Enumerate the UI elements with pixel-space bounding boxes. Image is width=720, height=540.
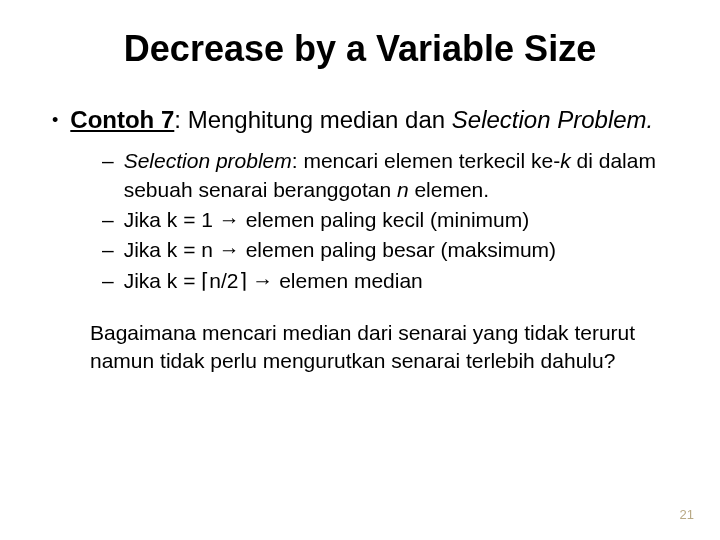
sub1-n: n bbox=[397, 178, 409, 201]
dash-icon: – bbox=[102, 236, 114, 264]
ceil-right-icon: ⌉ bbox=[239, 269, 247, 293]
page-number: 21 bbox=[680, 507, 694, 522]
sub4-post: → elemen median bbox=[247, 269, 423, 292]
slide-title: Decrease by a Variable Size bbox=[40, 28, 680, 70]
example-sep: : bbox=[174, 106, 187, 133]
sub-item: – Selection problem: mencari elemen terk… bbox=[102, 147, 680, 204]
sub4-mid: n/2 bbox=[209, 269, 238, 292]
sub-item-text: Jika k = 1 → elemen paling kecil (minimu… bbox=[124, 206, 530, 234]
main-body-ital: Selection Problem. bbox=[452, 106, 653, 133]
sub-item-text: Selection problem: mencari elemen terkec… bbox=[124, 147, 680, 204]
sub-bullet-list: – Selection problem: mencari elemen terk… bbox=[40, 147, 680, 295]
main-bullet-text: Contoh 7: Menghitung median dan Selectio… bbox=[70, 104, 653, 135]
example-label: Contoh 7 bbox=[70, 106, 174, 133]
dash-icon: – bbox=[102, 206, 114, 234]
sub1-rest: : mencari elemen terkecil ke- bbox=[292, 149, 560, 172]
sub1-rest3: elemen. bbox=[409, 178, 490, 201]
sub-item: – Jika k = n → elemen paling besar (maks… bbox=[102, 236, 680, 264]
main-bullet-row: • Contoh 7: Menghitung median dan Select… bbox=[40, 104, 680, 135]
sub-item: – Jika k = ⌈n/2⌉ → elemen median bbox=[102, 267, 680, 295]
main-body-1: Menghitung median dan bbox=[188, 106, 452, 133]
sub-item-text: Jika k = n → elemen paling besar (maksim… bbox=[124, 236, 556, 264]
sub1-lead: Selection problem bbox=[124, 149, 292, 172]
sub4-pre: Jika k = bbox=[124, 269, 202, 292]
sub-item-text: Jika k = ⌈n/2⌉ → elemen median bbox=[124, 267, 423, 295]
closing-question: Bagaimana mencari median dari senarai ya… bbox=[40, 319, 680, 376]
dash-icon: – bbox=[102, 147, 114, 175]
sub1-k: k bbox=[560, 149, 571, 172]
bullet-icon: • bbox=[52, 108, 58, 133]
dash-icon: – bbox=[102, 267, 114, 295]
sub-item: – Jika k = 1 → elemen paling kecil (mini… bbox=[102, 206, 680, 234]
